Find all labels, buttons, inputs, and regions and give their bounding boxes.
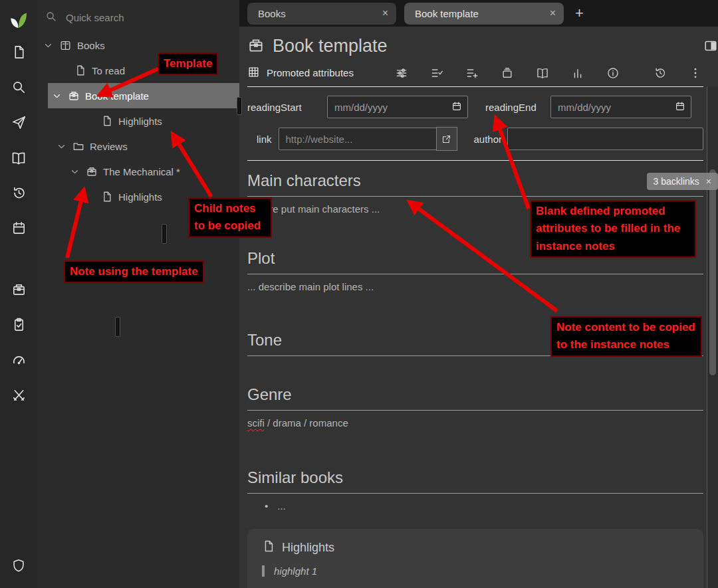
recent-changes-icon[interactable] (0, 175, 37, 211)
annotation-template: Template (158, 52, 218, 75)
close-icon[interactable]: × (706, 176, 711, 187)
package-icon[interactable] (0, 272, 37, 307)
text-cursor-artifact (237, 97, 242, 115)
note-icon (101, 115, 113, 127)
bullet-marker: • (265, 500, 268, 512)
info-icon[interactable] (606, 66, 620, 80)
tree-item-label: The Mechanical * (103, 166, 180, 177)
open-external-link-button[interactable] (436, 127, 457, 151)
author-input[interactable] (507, 128, 703, 150)
scrollbar-track[interactable] (707, 86, 718, 588)
section-heading[interactable]: Similar books (247, 468, 703, 494)
note-icon (101, 191, 113, 203)
app-logo[interactable] (8, 5, 29, 35)
tree-item-highlights-1[interactable]: Highlights (37, 108, 239, 134)
section-similar-books: Similar books • ... (247, 468, 703, 512)
note-detail-area: Book template Promoted attributes (239, 27, 718, 588)
author-label: author (474, 134, 503, 145)
child-note-quote[interactable]: highlght 1 (262, 565, 689, 577)
backlinks-count: 3 backlinks (654, 176, 699, 187)
page-title[interactable]: Book template (273, 36, 388, 56)
kebab-menu-icon[interactable] (689, 66, 702, 80)
chevron-down-icon[interactable] (56, 141, 67, 152)
chevron-down-icon[interactable] (51, 90, 62, 102)
tasks-icon[interactable] (0, 307, 37, 342)
book-content-icon (59, 39, 72, 52)
chevron-down-icon[interactable] (43, 40, 54, 51)
quick-search-input[interactable]: Quick search (37, 5, 239, 33)
list-plus-icon[interactable] (465, 66, 479, 80)
template-note-icon[interactable] (247, 37, 265, 56)
tree-item-label: Highlights (118, 191, 162, 203)
section-body[interactable]: scifi / drama / romance (247, 417, 703, 429)
protected-session-icon[interactable] (0, 547, 37, 583)
swords-icon[interactable] (0, 377, 37, 413)
tree-item-label: Reviews (90, 141, 128, 152)
template-note-icon (86, 165, 98, 177)
search-icon[interactable] (0, 70, 37, 105)
open-book-icon[interactable] (0, 140, 37, 175)
note-icon (262, 539, 275, 556)
scrollbar-thumb[interactable] (709, 169, 716, 375)
section-heading[interactable]: Main characters (247, 171, 703, 197)
section-body[interactable]: • ... (247, 500, 703, 512)
app-window: Quick search Books To read Book template… (0, 0, 718, 588)
section-genre: Genre scifi / drama / romance (247, 385, 703, 429)
activity-bar (0, 0, 37, 588)
ribbon-tab-label: Promoted attributes (267, 67, 354, 78)
close-icon[interactable]: × (382, 7, 388, 19)
attribute-row-dates: readingStart mm/dd/yyyy readingEnd mm/dd… (247, 95, 703, 119)
calendar-icon[interactable] (675, 101, 685, 114)
backlinks-badge[interactable]: 3 backlinks × (647, 173, 718, 190)
text-cursor-artifact (162, 224, 167, 244)
close-icon[interactable]: × (550, 7, 556, 19)
tab-books[interactable]: Books × (247, 3, 396, 25)
annotation-child-notes: Child notes to be copied (188, 197, 272, 238)
annotation-note-content: Note content to be copied to the instanc… (550, 316, 702, 357)
annotation-blank-attributes: Blank defined promoted attributes to be … (530, 200, 696, 258)
date-placeholder: mm/dd/yyyy (558, 102, 611, 113)
tab-label: Books (258, 8, 286, 19)
child-note-card[interactable]: Highlights highlght 1 (247, 529, 703, 588)
split-view-icon[interactable] (703, 39, 718, 56)
link-input[interactable] (279, 128, 437, 150)
calendar-icon[interactable] (451, 101, 462, 114)
reading-start-date-input[interactable]: mm/dd/yyyy (327, 96, 468, 118)
calendar-icon[interactable] (0, 211, 37, 246)
child-note-title-row: Highlights (262, 539, 689, 556)
tree-item-reviews[interactable]: Reviews (37, 134, 239, 159)
text-cursor-artifact (115, 317, 120, 337)
tab-book-template[interactable]: Book template × (404, 3, 564, 25)
main-content: Books × Book template × + Book template … (239, 0, 718, 588)
section-body[interactable]: ... describe main plot lines ... (247, 281, 703, 292)
ribbon-tab-promoted-attributes[interactable]: Promoted attributes (247, 66, 354, 80)
tree-item-book-template[interactable]: Book template (48, 83, 239, 108)
attributes-divider (247, 160, 703, 161)
jump-to-note-icon[interactable] (0, 105, 37, 140)
attribute-row-link-author: link author (247, 127, 703, 151)
annotation-note-using-template: Note using the template (64, 260, 204, 283)
book-icon[interactable] (536, 66, 549, 80)
tree-item-the-mechanical[interactable]: The Mechanical * (37, 159, 239, 184)
stack-icon[interactable] (501, 66, 514, 80)
chevron-down-icon[interactable] (69, 166, 80, 177)
bullet-text: ... (277, 500, 286, 512)
section-heading[interactable]: Genre (247, 385, 703, 411)
note-tree-panel: Quick search Books To read Book template… (37, 0, 239, 588)
list-check-icon[interactable] (430, 66, 443, 80)
new-tab-button[interactable]: + (575, 5, 584, 22)
reading-end-date-input[interactable]: mm/dd/yyyy (550, 96, 691, 118)
genre-rest: / drama / romance (265, 417, 348, 429)
sliders-icon[interactable] (395, 66, 408, 80)
note-icon (74, 64, 86, 76)
ribbon-bar: Promoted attributes (247, 59, 703, 87)
tab-label: Book template (415, 8, 479, 19)
new-note-icon[interactable] (0, 35, 37, 70)
history-icon[interactable] (654, 66, 667, 80)
bar-chart-icon[interactable] (571, 66, 584, 80)
tree-item-label: Highlights (118, 116, 162, 127)
search-icon (45, 11, 57, 25)
child-note-title[interactable]: Highlights (282, 541, 334, 555)
template-note-icon (68, 90, 80, 102)
dashboard-icon[interactable] (0, 342, 37, 377)
